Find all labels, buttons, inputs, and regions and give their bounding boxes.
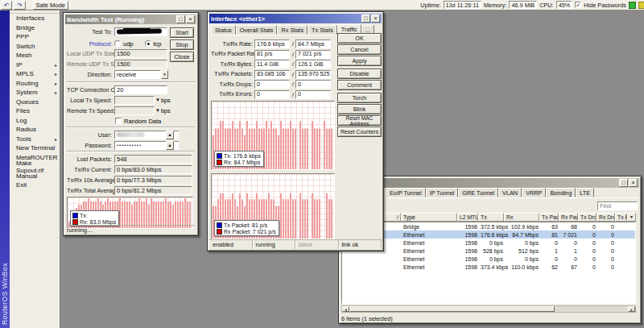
bandwidth-titlebar[interactable]: Bandwidth Test (Running) □ × (65, 15, 196, 24)
tab-bonding[interactable]: Bonding (546, 188, 576, 197)
minimize-icon[interactable]: □ (361, 15, 370, 23)
status-segment-slave: slave (295, 240, 339, 249)
redo-button[interactable]: ↷ (14, 1, 25, 10)
protocol-tcp-radio[interactable] (145, 40, 151, 47)
minimize-icon[interactable]: □ (619, 179, 628, 187)
interface-dialog-titlebar[interactable]: Interface <ether1> □ × (209, 14, 382, 23)
table-row[interactable]: Ethernet1598528 bps512 bps1100 (342, 247, 635, 255)
horizontal-scrollbar[interactable]: ◂ ▸ (341, 305, 636, 313)
tab-tx-stats[interactable]: Tx Stats (308, 25, 337, 35)
column-header-rx-packet[interactable]: Rx Pac... (559, 213, 578, 222)
tx-drops-value: 0 (254, 80, 290, 89)
random-data-checkbox[interactable] (115, 118, 122, 124)
sidebar-item-label: MPLS (16, 70, 34, 77)
sidebar-item-ip[interactable]: IP▸ (10, 60, 60, 70)
sidebar-item-queues[interactable]: Queues (10, 98, 60, 107)
blink-button[interactable]: Blink (337, 104, 382, 114)
remote-tx-dropdown-icon[interactable]: ▼ (155, 108, 160, 113)
local-udp-input[interactable]: 1500 (114, 49, 167, 58)
table-row[interactable]: Ethernet1598176.6 kbps84.7 Mbps817 02100 (342, 230, 635, 239)
torch-button[interactable]: Torch (337, 93, 382, 103)
reset-mac-button[interactable]: Reset MAC Address (337, 115, 382, 126)
local-tx-input[interactable] (114, 96, 155, 105)
column-header-tx-errors[interactable]: Tx E (615, 213, 627, 222)
tab-vlan[interactable]: VLAN (498, 188, 522, 197)
sidebar-item-mesh[interactable]: Mesh (10, 51, 60, 60)
column-header-l2mtu[interactable]: L2 MTU (457, 213, 478, 222)
graph-bar (278, 135, 279, 169)
remote-udp-input[interactable]: 1500 (114, 60, 167, 69)
disable-button[interactable]: Disable (337, 69, 382, 79)
close-icon[interactable]: × (371, 15, 380, 23)
column-header-tx-packet[interactable]: Tx Pac... (539, 213, 559, 222)
safe-mode-button[interactable]: Safe Mode (33, 1, 68, 10)
close-icon[interactable]: × (629, 179, 638, 187)
reset-counters-button[interactable]: Reset Counters (337, 127, 382, 137)
find-input[interactable] (597, 201, 638, 210)
tab-overall-stats[interactable]: Overall Stats (236, 25, 278, 35)
sidebar-item-tools[interactable]: Tools▸ (10, 135, 60, 144)
local-tx-dropdown-icon[interactable]: ▼ (155, 98, 160, 102)
sidebar-item-exit[interactable]: Exit (10, 181, 60, 190)
column-header-tx[interactable]: Tx (478, 213, 504, 222)
tab-gre-tunnel[interactable]: GRE Tunnel (458, 188, 498, 197)
comment-button[interactable]: Comment (337, 80, 382, 90)
table-row[interactable]: Ethernet15980 bps0 bps0000 (342, 239, 635, 247)
tab-vrrp[interactable]: VRRP (522, 188, 546, 197)
sidebar-item-system[interactable]: System▸ (10, 88, 60, 98)
scroll-right-icon[interactable]: ▸ (628, 306, 635, 312)
user-unset-icon[interactable]: ▲ (166, 131, 174, 139)
tab-rx-stats[interactable]: Rx Stats (277, 25, 308, 35)
tab-eoip-tunnel[interactable]: EoIP Tunnel (386, 188, 426, 197)
sidebar-item-log[interactable]: Log (10, 116, 60, 126)
column-header-tx-drops[interactable]: Tx Drops (578, 213, 597, 222)
column-picker-icon[interactable]: ▼ (627, 213, 636, 222)
avg-total-text: 0 bps/81.2 Mbps (117, 187, 161, 194)
direction-dropdown-icon[interactable]: ▾ (161, 70, 168, 79)
undo-button[interactable]: ↶ (1, 1, 12, 10)
ok-button[interactable]: OK (337, 33, 382, 44)
interface-list-titlebar[interactable]: □ × (341, 178, 639, 188)
password-unset-icon[interactable]: ▲ (166, 141, 174, 150)
tcp-count-input[interactable]: 20 (114, 85, 167, 94)
remote-tx-input[interactable] (114, 106, 155, 115)
sidebar-item-ppp[interactable]: PPP (10, 32, 60, 42)
column-header-type[interactable]: Type (401, 213, 457, 222)
cancel-button[interactable]: Cancel (337, 44, 382, 55)
sidebar-item-make-supout-rif[interactable]: Make Supout.rif (10, 162, 60, 172)
table-row[interactable]: Ethernet15980 bps0 bps0000 (342, 255, 635, 263)
minimize-icon[interactable]: □ (176, 15, 185, 23)
sidebar-item-routing[interactable]: Routing▸ (10, 79, 60, 89)
tab-lte[interactable]: LTE (576, 188, 594, 197)
tab-status[interactable]: Status (211, 25, 236, 35)
table-row[interactable]: Ethernet1598373.4 kbps110.0 kbps626700 (342, 263, 635, 271)
close-button[interactable]: Close (170, 52, 194, 62)
graph-bar (314, 128, 316, 169)
column-header-rx-drops[interactable]: Rx Drops (597, 213, 615, 222)
protocol-udp-radio[interactable] (114, 40, 121, 47)
test-to-input[interactable] (114, 27, 167, 36)
table-row[interactable]: Bridge1598372.5 kbps102.9 kbps636800 (342, 222, 635, 230)
tab-ip-tunnel[interactable]: IP Tunnel (426, 188, 459, 197)
hide-passwords-checkbox[interactable]: ✓ (575, 2, 581, 8)
table-cell: 176.6 kbps (479, 232, 505, 238)
interface-statusbar: enabledrunningslavelink ok (209, 239, 382, 249)
sidebar-item-bridge[interactable]: Bridge (10, 23, 60, 33)
protocol-tcp-label: tcp (154, 40, 162, 48)
column-header-rx[interactable]: Rx (504, 213, 539, 222)
stop-button[interactable]: Stop (170, 39, 194, 50)
direction-select[interactable]: receive (114, 70, 161, 79)
start-button[interactable]: Start (170, 27, 194, 38)
sidebar-item-new-terminal[interactable]: New Terminal (10, 143, 60, 153)
interface-dialog-tabs: StatusOverall StatsRx StatsTx StatsTraff… (211, 25, 333, 35)
sidebar-item-interfaces[interactable]: Interfaces (10, 14, 60, 23)
sidebar-item-radius[interactable]: Radius (10, 125, 60, 135)
sidebar-item-files[interactable]: Files (10, 106, 60, 116)
apply-button[interactable]: Apply (337, 56, 382, 66)
close-icon[interactable]: × (186, 15, 195, 23)
graph-bar (283, 128, 284, 169)
sidebar-item-mpls[interactable]: MPLS▸ (10, 69, 60, 79)
scroll-left-icon[interactable]: ◂ (342, 306, 349, 312)
scrollbar-thumb[interactable] (349, 306, 555, 312)
sidebar-item-switch[interactable]: Switch (10, 42, 60, 52)
